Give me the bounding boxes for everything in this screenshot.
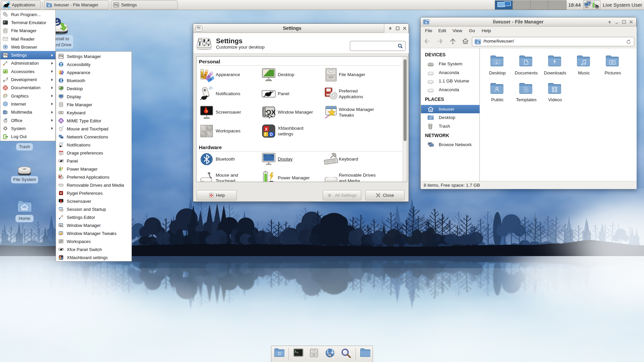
svg-text:X: X <box>265 127 268 132</box>
svg-text:1: 1 <box>60 153 61 155</box>
svg-text:D: D <box>270 132 273 137</box>
svg-text:D: D <box>496 61 498 64</box>
svg-text:f: f <box>265 132 266 136</box>
svg-text:X: X <box>60 225 61 227</box>
